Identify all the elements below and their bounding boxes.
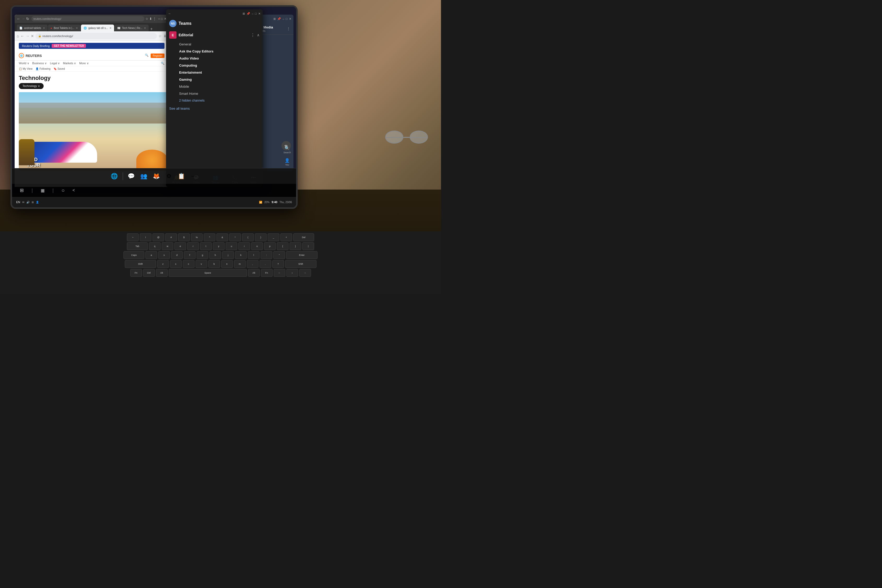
nav-markets[interactable]: Markets ∨ — [63, 62, 76, 65]
home-nav-icon[interactable]: ○ — [62, 188, 64, 194]
key-right[interactable]: → — [299, 269, 311, 277]
teams-pin-icon[interactable]: 📌 — [246, 12, 250, 15]
browser-window[interactable]: ← → ↻ reuters.com/technology/ ☆ ⬇ ⋮ – □ … — [15, 15, 169, 187]
key-tilde[interactable]: ~ — [127, 233, 139, 241]
channel-general[interactable]: General — [166, 41, 262, 48]
key-3[interactable]: # — [165, 233, 177, 241]
teams-screenshot-icon[interactable]: ⊞ — [243, 12, 245, 15]
channel-audio-video[interactable]: Audio Video — [166, 55, 262, 62]
key-c[interactable]: c — [183, 260, 195, 268]
key-rshift[interactable]: Shift — [285, 260, 316, 268]
key-5[interactable]: % — [191, 233, 202, 241]
reload-icon[interactable]: ↻ — [26, 17, 29, 21]
channel-gaming[interactable]: Gaming — [166, 76, 262, 83]
teams-window[interactable]: ← ⊞ 📌 – □ ✕ NS Teams E Edit — [166, 9, 262, 187]
key-plus[interactable]: + — [280, 233, 292, 241]
sm-restore-icon[interactable]: □ — [286, 17, 288, 20]
key-u[interactable]: u — [226, 242, 237, 250]
grid-nav-icon[interactable]: ⊞ — [20, 188, 24, 193]
tab-close-3[interactable]: ✕ — [110, 27, 111, 30]
taskbar-trello[interactable]: 📋 — [176, 171, 187, 182]
nav-more[interactable]: More ∨ — [79, 62, 88, 65]
taskbar-settings[interactable]: ⚙ — [164, 171, 174, 182]
key-d[interactable]: d — [171, 251, 183, 259]
tab-close-4[interactable]: ✕ — [144, 27, 146, 30]
search-nav-icon[interactable]: 🔍 — [161, 62, 165, 65]
forward-icon[interactable]: → — [26, 34, 29, 38]
key-rbracket[interactable]: } — [290, 242, 301, 250]
key-e[interactable]: e — [174, 242, 186, 250]
sm-you-button[interactable]: 👤 You — [283, 158, 291, 166]
key-comma[interactable]: , — [247, 260, 258, 268]
key-2[interactable]: @ — [153, 233, 164, 241]
key-8[interactable]: * — [229, 233, 241, 241]
hidden-channels-link[interactable]: 2 hidden channels — [166, 97, 262, 104]
key-x[interactable]: x — [170, 260, 182, 268]
key-ctrl[interactable]: Ctrl — [143, 269, 155, 277]
key-lalt[interactable]: Alt — [156, 269, 168, 277]
key-l[interactable]: l — [248, 251, 260, 259]
key-tab[interactable]: Tab — [127, 242, 148, 250]
key-pipe[interactable]: | — [302, 242, 314, 250]
sm-more-icon[interactable]: ⋮ — [287, 27, 290, 31]
channel-computing[interactable]: Computing — [166, 62, 262, 69]
key-lbracket[interactable]: { — [277, 242, 288, 250]
key-caps[interactable]: Caps — [123, 251, 144, 259]
key-4[interactable]: $ — [178, 233, 190, 241]
menu-icon[interactable]: ⋮ — [153, 17, 156, 21]
teams-restore-icon[interactable]: □ — [255, 12, 256, 15]
key-z[interactable]: z — [157, 260, 169, 268]
sm-minimize-icon[interactable]: – — [282, 17, 284, 20]
url-bar-mini[interactable]: reuters.com/technology/ — [32, 16, 144, 21]
download-icon[interactable]: ⬇ — [149, 17, 152, 21]
key-g[interactable]: g — [196, 251, 208, 259]
back-icon[interactable]: ← — [20, 34, 24, 38]
nav-legal[interactable]: Legal ∨ — [50, 62, 60, 65]
key-0[interactable]: ) — [255, 233, 267, 241]
key-enter[interactable]: Enter — [286, 251, 318, 259]
register-button[interactable]: Register — [151, 54, 165, 58]
key-b[interactable]: b — [208, 260, 220, 268]
teams-close-icon[interactable]: ✕ — [258, 12, 261, 15]
teams-minimize-icon[interactable]: – — [252, 12, 253, 15]
taskbar-firefox[interactable]: 🦊 — [151, 171, 162, 182]
tab-galaxy[interactable]: 🌐 galaxy tab s8 s... ✕ — [81, 24, 114, 32]
key-period[interactable]: . — [260, 260, 271, 268]
technology-dropdown[interactable]: Technology ∨ — [19, 83, 44, 89]
sm-pin-icon[interactable]: 📌 — [277, 17, 281, 21]
editorial-team-header[interactable]: E Editorial ⋮ ∧ — [166, 29, 262, 41]
key-slash[interactable]: ? — [272, 260, 284, 268]
teams-back-icon[interactable]: ← — [168, 12, 171, 15]
nav-business[interactable]: Business ∨ — [32, 62, 47, 65]
key-9[interactable]: ( — [242, 233, 254, 241]
tab-close-1[interactable]: ✕ — [43, 27, 45, 30]
new-tab-icon[interactable]: + — [150, 27, 153, 32]
back-nav-icon[interactable]: ← — [17, 17, 20, 21]
key-n[interactable]: n — [221, 260, 233, 268]
search-icon[interactable]: 🔍 — [145, 54, 148, 58]
key-o[interactable]: o — [251, 242, 263, 250]
saved-link[interactable]: 🔖 Saved — [54, 68, 65, 70]
key-colon[interactable]: : — [261, 251, 272, 259]
tab-tech-news[interactable]: 📰 Tech News | Re... ✕ — [115, 24, 148, 32]
key-a[interactable]: a — [146, 251, 157, 259]
forward-nav-icon[interactable]: → — [21, 17, 25, 21]
key-fn[interactable]: Fn — [130, 269, 142, 277]
channel-entertainment[interactable]: Entertainment — [166, 69, 262, 76]
key-q[interactable]: q — [149, 242, 160, 250]
key-rfn[interactable]: Fn — [261, 269, 273, 277]
home-icon[interactable]: ⌂ — [17, 34, 19, 38]
editorial-collapse-icon[interactable]: ∧ — [257, 33, 260, 37]
taskbar-chrome[interactable]: 🌐 — [109, 171, 120, 182]
key-v[interactable]: v — [196, 260, 207, 268]
recents-icon[interactable]: ▦ — [41, 188, 45, 193]
see-all-teams-link[interactable]: See all teams — [166, 104, 262, 113]
editorial-more-icon[interactable]: ⋮ — [250, 33, 255, 38]
key-t[interactable]: t — [200, 242, 212, 250]
channel-mobile[interactable]: Mobile — [166, 83, 262, 90]
sm-close-icon[interactable]: ✕ — [289, 17, 291, 21]
key-y[interactable]: y — [213, 242, 225, 250]
key-j[interactable]: j — [222, 251, 234, 259]
key-quote[interactable]: " — [273, 251, 285, 259]
key-h[interactable]: h — [209, 251, 221, 259]
